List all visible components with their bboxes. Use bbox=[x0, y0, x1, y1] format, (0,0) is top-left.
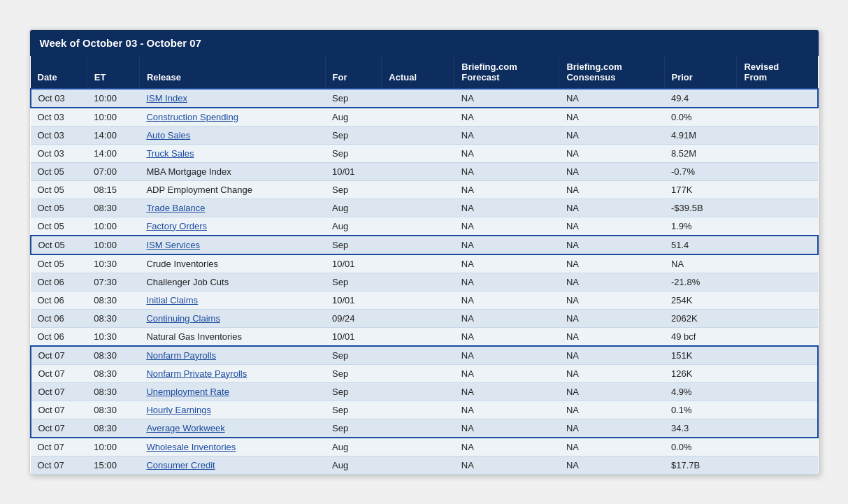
for-cell: Sep bbox=[325, 180, 382, 199]
forecast-cell: NA bbox=[454, 456, 559, 474]
release-cell-link[interactable]: Unemployment Rate bbox=[146, 387, 229, 397]
release-cell[interactable]: Nonfarm Payrolls bbox=[139, 346, 325, 365]
release-cell[interactable]: Auto Sales bbox=[139, 126, 325, 144]
et-cell: 10:30 bbox=[87, 254, 139, 273]
table-row: Oct 0710:00Wholesale InventoriesAugNANA0… bbox=[31, 438, 818, 456]
release-cell[interactable]: Trade Balance bbox=[139, 199, 325, 217]
release-cell[interactable]: Average Workweek bbox=[139, 419, 325, 438]
week-header: Week of October 03 - October 07 bbox=[30, 30, 819, 56]
table-row: Oct 0310:00ISM IndexSepNANA49.4 bbox=[31, 89, 818, 108]
release-cell[interactable]: Wholesale Inventories bbox=[139, 438, 325, 456]
release-cell-link[interactable]: Initial Claims bbox=[146, 295, 198, 305]
release-cell-link[interactable]: Nonfarm Private Payrolls bbox=[146, 368, 247, 379]
table-row: Oct 0607:30Challenger Job CutsSepNANA-21… bbox=[31, 273, 818, 291]
release-cell-link[interactable]: Auto Sales bbox=[146, 130, 190, 141]
forecast-cell: NA bbox=[454, 236, 559, 254]
release-cell-link[interactable]: ISM Index bbox=[146, 93, 187, 103]
et-cell: 08:30 bbox=[87, 364, 139, 382]
revised-cell bbox=[737, 162, 818, 180]
for-cell: Sep bbox=[325, 89, 382, 108]
release-cell[interactable]: Continuing Claims bbox=[139, 309, 325, 327]
consensus-cell: NA bbox=[559, 217, 664, 236]
prior-cell: 4.9% bbox=[664, 382, 737, 401]
col-header-consensus: Briefing.comConsensus bbox=[559, 56, 664, 89]
consensus-cell: NA bbox=[559, 273, 664, 291]
release-cell[interactable]: Truck Sales bbox=[139, 144, 325, 162]
release-cell: Natural Gas Inventories bbox=[139, 327, 325, 346]
for-cell: Aug bbox=[325, 438, 382, 456]
release-cell[interactable]: ISM Index bbox=[139, 89, 325, 108]
forecast-cell: NA bbox=[454, 217, 559, 236]
date-cell: Oct 03 bbox=[31, 144, 87, 162]
release-cell[interactable]: ISM Services bbox=[139, 236, 325, 254]
release-cell[interactable]: Factory Orders bbox=[139, 217, 325, 236]
revised-cell bbox=[737, 438, 818, 456]
date-cell: Oct 06 bbox=[31, 327, 87, 346]
date-cell: Oct 05 bbox=[31, 180, 87, 199]
actual-cell bbox=[382, 382, 454, 401]
consensus-cell: NA bbox=[559, 126, 664, 144]
release-cell-link[interactable]: Consumer Credit bbox=[146, 460, 215, 470]
week-label: Week of October 03 - October 07 bbox=[40, 37, 201, 49]
for-cell: Sep bbox=[325, 419, 382, 438]
actual-cell bbox=[382, 309, 454, 327]
release-cell-link[interactable]: Trade Balance bbox=[146, 203, 205, 213]
revised-cell bbox=[737, 254, 818, 273]
release-cell-link[interactable]: Factory Orders bbox=[146, 221, 207, 231]
prior-cell: 2062K bbox=[664, 309, 737, 327]
forecast-cell: NA bbox=[454, 126, 559, 144]
actual-cell bbox=[382, 236, 454, 254]
table-row: Oct 0510:30Crude Inventories10/01NANANA bbox=[31, 254, 818, 273]
date-cell: Oct 07 bbox=[31, 346, 87, 365]
release-cell-link[interactable]: Construction Spending bbox=[146, 112, 238, 122]
release-cell-link[interactable]: Truck Sales bbox=[146, 148, 194, 159]
date-cell: Oct 05 bbox=[31, 254, 87, 273]
release-cell-link[interactable]: Average Workweek bbox=[146, 423, 224, 433]
prior-cell: -0.7% bbox=[664, 162, 737, 180]
et-cell: 08:30 bbox=[87, 291, 139, 309]
col-header-actual: Actual bbox=[382, 56, 454, 89]
actual-cell bbox=[382, 273, 454, 291]
release-cell[interactable]: Construction Spending bbox=[139, 108, 325, 127]
revised-cell bbox=[737, 217, 818, 236]
release-cell-link[interactable]: Wholesale Inventories bbox=[146, 442, 236, 452]
consensus-cell: NA bbox=[559, 438, 664, 456]
prior-cell: $17.7B bbox=[664, 456, 737, 474]
release-cell: ADP Employment Change bbox=[139, 180, 325, 199]
table-row: Oct 0608:30Initial Claims10/01NANA254K bbox=[31, 291, 818, 309]
release-cell-link[interactable]: Nonfarm Payrolls bbox=[146, 350, 216, 361]
table-row: Oct 0510:00ISM ServicesSepNANA51.4 bbox=[31, 236, 818, 254]
date-cell: Oct 07 bbox=[31, 401, 87, 419]
revised-cell bbox=[737, 108, 818, 127]
release-cell-link[interactable]: ISM Services bbox=[146, 240, 200, 250]
release-cell[interactable]: Initial Claims bbox=[139, 291, 325, 309]
release-cell[interactable]: Consumer Credit bbox=[139, 456, 325, 474]
release-cell[interactable]: Hourly Earnings bbox=[139, 401, 325, 419]
release-cell[interactable]: Unemployment Rate bbox=[139, 382, 325, 401]
consensus-cell: NA bbox=[559, 180, 664, 199]
col-header-release: Release bbox=[139, 56, 325, 89]
release-cell-link[interactable]: Hourly Earnings bbox=[146, 405, 211, 415]
consensus-cell: NA bbox=[559, 327, 664, 346]
for-cell: 09/24 bbox=[325, 309, 382, 327]
date-cell: Oct 06 bbox=[31, 309, 87, 327]
table-row: Oct 0310:00Construction SpendingAugNANA0… bbox=[31, 108, 818, 127]
et-cell: 08:30 bbox=[87, 346, 139, 365]
actual-cell bbox=[382, 364, 454, 382]
col-header-date: Date bbox=[31, 56, 87, 89]
release-cell[interactable]: Nonfarm Private Payrolls bbox=[139, 364, 325, 382]
for-cell: Sep bbox=[325, 364, 382, 382]
revised-cell bbox=[737, 291, 818, 309]
for-cell: 10/01 bbox=[325, 254, 382, 273]
for-cell: 10/01 bbox=[325, 291, 382, 309]
actual-cell bbox=[382, 108, 454, 127]
forecast-cell: NA bbox=[454, 382, 559, 401]
date-cell: Oct 06 bbox=[31, 291, 87, 309]
et-cell: 10:00 bbox=[87, 217, 139, 236]
revised-cell bbox=[737, 273, 818, 291]
actual-cell bbox=[382, 291, 454, 309]
revised-cell bbox=[737, 346, 818, 365]
et-cell: 10:00 bbox=[87, 108, 139, 127]
release-cell-link[interactable]: Continuing Claims bbox=[146, 313, 220, 324]
consensus-cell: NA bbox=[559, 108, 664, 127]
